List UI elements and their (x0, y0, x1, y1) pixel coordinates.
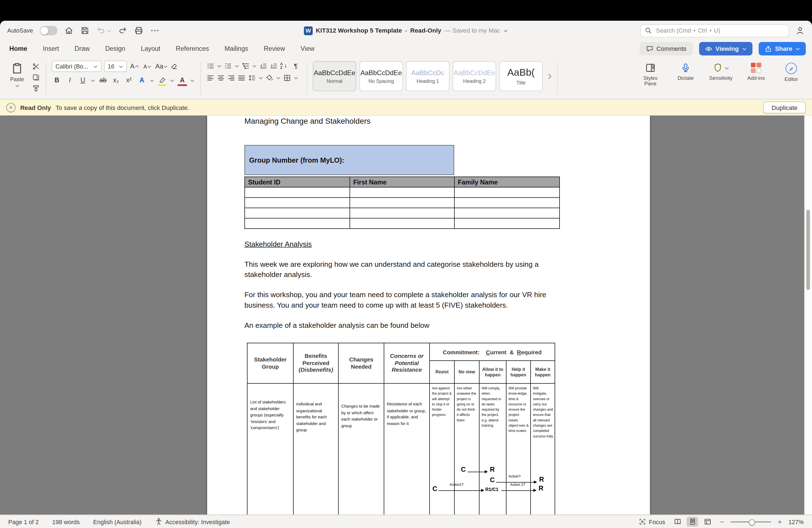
styles-pane-button[interactable]: Styles Pane (637, 63, 664, 86)
tab-references[interactable]: References (176, 45, 209, 52)
align-left-icon[interactable] (207, 74, 214, 82)
accessibility-status[interactable]: Accessibility: Investigate (155, 518, 230, 526)
undo-icon[interactable] (97, 26, 106, 35)
style-no-spacing[interactable]: AaBbCcDdEe No Spacing (359, 61, 403, 91)
indent-icon[interactable] (270, 62, 278, 70)
tab-mailings[interactable]: Mailings (224, 45, 248, 52)
font-color-button[interactable]: A (177, 75, 188, 86)
dictate-button[interactable]: Dictate (672, 63, 699, 86)
table-cell[interactable] (454, 197, 560, 208)
justify-icon[interactable] (238, 74, 246, 82)
style-heading2[interactable]: AaBbCcDdEe Heading 2 (453, 61, 496, 91)
zoom-in-button[interactable]: + (778, 518, 782, 526)
underline-chevron-icon[interactable] (91, 78, 95, 82)
print-icon[interactable] (134, 26, 143, 35)
line-spacing-chevron-icon[interactable] (259, 76, 262, 79)
change-case-button[interactable]: Aa (156, 61, 168, 72)
font-name-combo[interactable]: Calibri (Bo... (52, 60, 102, 72)
tab-design[interactable]: Design (105, 45, 126, 52)
style-title[interactable]: AaBb( Title (499, 61, 543, 91)
presence-icon[interactable] (795, 26, 805, 35)
style-heading1[interactable]: AaBbCcDc Heading 1 (406, 61, 450, 91)
numbered-list-chevron-icon[interactable] (235, 63, 238, 67)
table-cell[interactable] (245, 197, 350, 208)
style-normal[interactable]: AaBbCcDdEe Normal (313, 61, 357, 91)
title-chevron-icon[interactable] (504, 28, 508, 32)
scrollbar-track[interactable] (804, 115, 812, 515)
table-cell[interactable] (245, 208, 350, 218)
copy-icon[interactable] (32, 73, 40, 81)
read-mode-icon[interactable] (672, 517, 683, 527)
autosave-toggle[interactable] (40, 26, 57, 35)
tab-review[interactable]: Review (264, 45, 285, 52)
scrollbar-thumb[interactable] (806, 210, 810, 290)
shrink-font-button[interactable]: A (143, 61, 153, 72)
search-box[interactable] (640, 24, 789, 37)
zoom-out-button[interactable]: − (720, 518, 724, 526)
print-layout-icon[interactable] (687, 517, 698, 527)
font-size-combo[interactable]: 16 (104, 60, 127, 72)
table-cell[interactable] (350, 197, 454, 208)
word-count[interactable]: 198 words (52, 518, 79, 525)
page-indicator[interactable]: Page 1 of 2 (8, 518, 39, 525)
underline-button[interactable]: U (77, 75, 88, 86)
undo-dropdown-icon[interactable] (107, 28, 111, 32)
table-cell[interactable] (245, 218, 350, 229)
strikethrough-button[interactable]: ab (98, 75, 108, 86)
highlight-chevron-icon[interactable] (170, 78, 174, 82)
bullet-list-chevron-icon[interactable] (217, 63, 221, 67)
viewing-button[interactable]: Viewing (699, 42, 752, 56)
align-center-icon[interactable] (217, 74, 225, 82)
text-effects-button[interactable]: A (137, 75, 147, 86)
multilevel-list-chevron-icon[interactable] (253, 63, 256, 67)
table-cell[interactable] (350, 208, 454, 218)
table-cell[interactable] (350, 218, 454, 229)
search-input[interactable] (655, 27, 784, 34)
sort-button[interactable]: AZ (280, 62, 288, 70)
table-cell[interactable] (245, 187, 350, 198)
borders-icon[interactable] (284, 74, 291, 82)
addins-button[interactable]: Add-ins (743, 63, 770, 86)
clear-formatting-icon[interactable] (170, 62, 178, 70)
grow-font-button[interactable]: A (130, 61, 140, 72)
redo-icon[interactable] (118, 26, 127, 35)
format-painter-icon[interactable] (32, 85, 40, 92)
zoom-percentage[interactable]: 127% (788, 518, 804, 525)
line-spacing-icon[interactable] (248, 74, 256, 82)
outdent-icon[interactable] (259, 62, 267, 70)
bold-button[interactable]: B (52, 75, 62, 86)
shading-bucket-icon[interactable] (266, 74, 273, 82)
cut-icon[interactable] (32, 63, 40, 70)
styles-scroll-right-icon[interactable] (546, 74, 551, 79)
readonly-close-icon[interactable]: ✕ (6, 103, 16, 112)
numbered-list-icon[interactable] (224, 62, 232, 70)
subscript-button[interactable]: x₂ (111, 75, 121, 86)
tab-home[interactable]: Home (10, 45, 27, 52)
save-icon[interactable] (80, 26, 89, 35)
align-right-icon[interactable] (227, 74, 235, 82)
table-cell[interactable] (454, 208, 560, 218)
table-cell[interactable] (454, 187, 560, 198)
sensitivity-button[interactable]: Sensitivity (707, 63, 735, 86)
more-commands-icon[interactable] (150, 26, 160, 35)
zoom-slider[interactable] (731, 518, 771, 525)
shading-chevron-icon[interactable] (276, 76, 280, 79)
font-color-chevron-icon[interactable] (191, 78, 194, 82)
tab-draw[interactable]: Draw (75, 45, 90, 52)
share-button[interactable]: Share (758, 42, 806, 56)
tab-insert[interactable]: Insert (43, 45, 59, 52)
tab-layout[interactable]: Layout (141, 45, 160, 52)
focus-button[interactable]: Focus (639, 518, 665, 526)
superscript-button[interactable]: x² (124, 75, 134, 86)
italic-button[interactable]: I (64, 75, 75, 86)
comments-button[interactable]: Comments (639, 42, 693, 56)
tab-view[interactable]: View (301, 45, 314, 52)
highlight-button[interactable] (157, 75, 168, 86)
paste-button[interactable]: Paste (5, 60, 29, 92)
borders-chevron-icon[interactable] (294, 76, 298, 79)
editor-button[interactable]: Editor (778, 63, 805, 86)
multilevel-list-icon[interactable] (242, 62, 250, 70)
pilcrow-button[interactable]: ¶ (291, 60, 301, 71)
language-indicator[interactable]: English (Australia) (93, 518, 141, 525)
bullet-list-icon[interactable] (207, 62, 214, 70)
